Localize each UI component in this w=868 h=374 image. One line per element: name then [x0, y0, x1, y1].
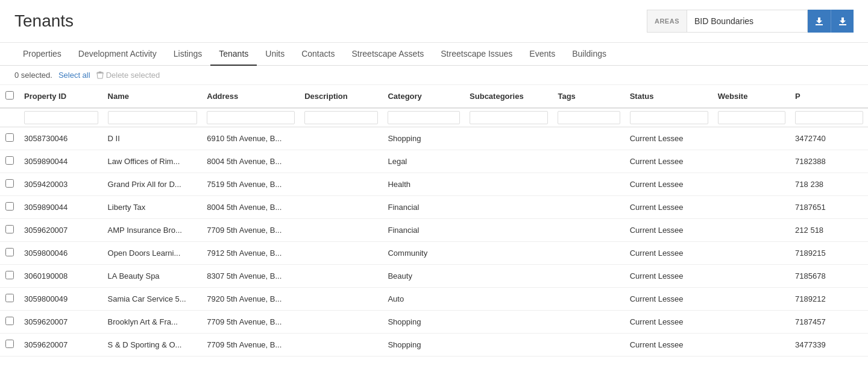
col-status[interactable]: Status — [625, 85, 713, 108]
select-all-checkbox-header[interactable] — [0, 85, 19, 108]
filter-website-input[interactable] — [718, 111, 785, 124]
cell-tags — [553, 334, 624, 357]
cell-website — [713, 288, 790, 311]
cell-address: 7912 5th Avenue, B... — [202, 242, 300, 265]
toolbar: 0 selected. Select all Delete selected — [0, 66, 868, 85]
cell-tags — [553, 150, 624, 173]
col-tags[interactable]: Tags — [553, 85, 624, 108]
row-checkbox-cell[interactable] — [0, 150, 19, 173]
row-checkbox[interactable] — [5, 317, 14, 325]
col-website[interactable]: Website — [713, 85, 790, 108]
col-name[interactable]: Name — [103, 85, 203, 108]
cell-address: 6910 5th Avenue, B... — [202, 127, 300, 150]
cell-name: Law Offices of Rim... — [103, 150, 203, 173]
cell-tags — [553, 127, 624, 150]
cell-name: AMP Insurance Bro... — [103, 219, 203, 242]
areas-label: AREAS — [647, 10, 687, 33]
filter-address[interactable] — [202, 108, 300, 127]
col-phone[interactable]: P — [790, 85, 868, 108]
row-checkbox-cell[interactable] — [0, 311, 19, 334]
delete-selected-label: Delete selected — [106, 71, 160, 80]
filter-name-input[interactable] — [108, 111, 198, 124]
row-checkbox-cell[interactable] — [0, 127, 19, 150]
row-checkbox[interactable] — [5, 294, 14, 302]
tab-streetscape-issues[interactable]: Streetscape Issues — [432, 43, 521, 66]
cell-website — [713, 242, 790, 265]
download-button-1[interactable] — [808, 10, 831, 33]
download-button-2[interactable] — [831, 10, 854, 33]
cell-phone: 7182388 — [790, 150, 868, 173]
cell-tags — [553, 173, 624, 196]
cell-status: Current Lessee — [625, 334, 713, 357]
row-checkbox-cell[interactable] — [0, 288, 19, 311]
row-checkbox-cell[interactable] — [0, 173, 19, 196]
tab-events[interactable]: Events — [521, 43, 564, 66]
col-subcategories[interactable]: Subcategories — [465, 85, 553, 108]
filter-name[interactable] — [103, 108, 203, 127]
cell-address: 7709 5th Avenue, B... — [202, 334, 300, 357]
cell-description — [300, 288, 383, 311]
cell-name: Liberty Tax — [103, 196, 203, 219]
col-property-id[interactable]: Property ID — [19, 85, 103, 108]
cell-category: Beauty — [383, 265, 465, 288]
filter-tags-input[interactable] — [558, 111, 620, 124]
filter-property-id-input[interactable] — [24, 111, 98, 124]
cell-phone: 7189212 — [790, 288, 868, 311]
tab-development-activity[interactable]: Development Activity — [70, 43, 165, 66]
row-checkbox[interactable] — [5, 271, 14, 279]
tab-streetscape-assets[interactable]: Streetscape Assets — [343, 43, 432, 66]
cell-subcategories — [465, 173, 553, 196]
cell-website — [713, 127, 790, 150]
row-checkbox[interactable] — [5, 340, 14, 348]
cell-status: Current Lessee — [625, 219, 713, 242]
cell-name: D II — [103, 127, 203, 150]
cell-property_id: 3059800049 — [19, 288, 103, 311]
filter-tags[interactable] — [553, 108, 624, 127]
row-checkbox[interactable] — [5, 179, 14, 188]
filter-phone-input[interactable] — [795, 111, 863, 124]
cell-phone: 7187651 — [790, 196, 868, 219]
cell-phone: 7189215 — [790, 242, 868, 265]
col-address[interactable]: Address — [202, 85, 300, 108]
tab-properties[interactable]: Properties — [14, 43, 70, 66]
row-checkbox-cell[interactable] — [0, 242, 19, 265]
row-checkbox-cell[interactable] — [0, 196, 19, 219]
cell-property_id: 3059890044 — [19, 196, 103, 219]
row-checkbox[interactable] — [5, 156, 14, 165]
filter-category-input[interactable] — [388, 111, 460, 124]
bid-boundaries-selector[interactable]: BID Boundaries — [687, 10, 808, 33]
header-checkbox[interactable] — [5, 91, 14, 100]
tab-buildings[interactable]: Buildings — [564, 43, 615, 66]
cell-description — [300, 265, 383, 288]
tab-contacts[interactable]: Contacts — [293, 43, 343, 66]
tab-units[interactable]: Units — [257, 43, 293, 66]
cell-subcategories — [465, 150, 553, 173]
row-checkbox[interactable] — [5, 133, 14, 142]
filter-category[interactable] — [383, 108, 465, 127]
filter-status-input[interactable] — [630, 111, 708, 124]
filter-property-id[interactable] — [19, 108, 103, 127]
filter-address-input[interactable] — [207, 111, 295, 124]
cell-category: Auto — [383, 288, 465, 311]
filter-description[interactable] — [300, 108, 383, 127]
row-checkbox[interactable] — [5, 248, 14, 256]
filter-website[interactable] — [713, 108, 790, 127]
row-checkbox-cell[interactable] — [0, 265, 19, 288]
row-checkbox-cell[interactable] — [0, 334, 19, 357]
tab-listings[interactable]: Listings — [165, 43, 210, 66]
select-all-button[interactable]: Select all — [58, 71, 90, 80]
filter-subcategories[interactable] — [465, 108, 553, 127]
cell-address: 8307 5th Avenue, B... — [202, 265, 300, 288]
filter-subcategories-input[interactable] — [470, 111, 548, 124]
col-description[interactable]: Description — [300, 85, 383, 108]
row-checkbox[interactable] — [5, 225, 14, 233]
cell-category: Financial — [383, 196, 465, 219]
tab-tenants[interactable]: Tenants — [210, 43, 257, 66]
filter-phone[interactable] — [790, 108, 868, 127]
row-checkbox[interactable] — [5, 202, 14, 211]
filter-status[interactable] — [625, 108, 713, 127]
row-checkbox-cell[interactable] — [0, 219, 19, 242]
delete-selected-button[interactable]: Delete selected — [96, 71, 160, 80]
filter-description-input[interactable] — [304, 111, 378, 124]
col-category[interactable]: Category — [383, 85, 465, 108]
